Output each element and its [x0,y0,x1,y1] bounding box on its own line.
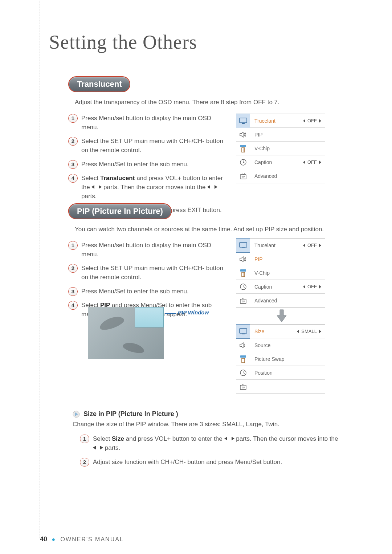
t: parts. [81,193,97,200]
step-badge: 1 [68,241,78,250]
svg-marker-46 [93,446,96,449]
antenna-icon [236,352,250,366]
svg-line-37 [243,373,245,374]
t-bold: Size [112,435,124,442]
osd-label: V-Chip [250,146,325,151]
t: parts. Then the cursor moves into the [234,435,338,442]
svg-rect-5 [242,123,245,124]
size-steps: 1 Select Size and press VOL+ button to e… [80,435,341,467]
arrow-right-icon [319,330,321,333]
arrow-left-icon [303,285,305,289]
monitor-icon [236,238,250,253]
callout-line [165,313,176,314]
osd-row: TV Advanced [236,169,325,183]
monitor-icon [236,324,250,339]
clock-icon [236,280,250,294]
step-text: Select Size and press VOL+ button to ent… [93,435,340,453]
arrow-left-icon [303,119,305,123]
t: parts. [103,444,120,451]
svg-marker-0 [91,185,94,189]
subheading-text: Size in PIP (Picture In Picture ) [83,410,178,418]
svg-rect-20 [240,269,246,272]
arrow-right-icon [319,244,321,247]
osd-label: Caption [250,159,303,165]
step-text: Select the SET UP main menu with CH+/CH-… [81,137,225,155]
svg-rect-31 [242,334,245,334]
svg-rect-33 [240,355,246,358]
step-1: 1 Select Size and press VOL+ button to e… [80,435,341,453]
osd-label: Position [250,370,325,376]
page-number: 40 [40,535,47,543]
step-badge: 3 [68,287,78,296]
arrow-left-icon [297,330,299,333]
t: Select [93,435,112,442]
page: Setting the Others Translucent Adjust th… [0,0,392,554]
osd-row: PIP [236,252,325,266]
step-badge: 3 [68,160,78,169]
step-2: 2 Adjust size function with CH+/CH- butt… [80,458,341,467]
osd-label: Caption [250,284,303,290]
step-badge: 2 [68,137,78,146]
svg-rect-30 [240,329,247,333]
t: and press VOL+ button to enter the [124,435,224,442]
left-right-arrows-icon [224,435,234,444]
left-gutter [0,0,40,539]
step-text: Press Menu/Set to enter the sub menu. [81,160,225,169]
bullet-icon [73,411,80,418]
decorative-shape [122,341,145,355]
monitor-icon [236,114,250,128]
osd-value: OFF [303,118,325,123]
osd-value: OFF [303,243,325,248]
osd-row: Source [236,338,325,352]
t-bold: Translucent [100,175,135,182]
osd-row: Caption OFF [236,280,325,294]
step-text: Press Menu/set button to display the mai… [81,114,225,132]
section-size-in-pip: Size in PIP (Picture In Picture ) Change… [73,410,341,472]
t: Select [81,175,100,182]
antenna-icon [236,142,250,155]
svg-rect-17 [240,243,247,247]
svg-line-12 [243,162,245,163]
pip-intro: You can watch two channels or sources at… [75,226,344,233]
tv-icon: TV [236,169,250,183]
svg-line-25 [243,287,245,288]
osd-value: SMALL [297,329,325,334]
speaker-icon [236,128,250,142]
svg-marker-3 [215,185,217,189]
page-footer: 40 ● OWNER'S MANUAL [40,535,124,543]
svg-rect-7 [240,145,246,147]
svg-rect-4 [240,118,247,123]
svg-text:TV: TV [241,300,245,303]
t: parts. Then the cursor moves into the [102,184,207,191]
osd-value-text: OFF [307,284,317,289]
step-text: Select the SET UP main menu with CH+/CH-… [81,264,225,282]
clock-icon [236,366,250,380]
step-text: Adjust size function with CH+/CH- button… [93,458,340,467]
pip-inset-window [135,307,164,327]
heading-translucent: Translucent [68,76,130,92]
step-badge: 4 [68,301,78,310]
step-text: Press Menu/set button to display the mai… [81,241,225,259]
step-badge: 4 [68,174,78,183]
osd-value-text: OFF [307,118,317,123]
osd-row: Trucelant OFF [236,239,325,252]
svg-marker-6 [240,132,243,137]
tv-icon: TV [236,380,250,394]
osd-row: Size SMALL [236,325,325,338]
svg-rect-34 [242,358,245,363]
step-text: Press Menu/Set to enter the sub menu. [81,287,225,296]
svg-marker-44 [224,437,227,440]
osd-label: Source [250,342,325,348]
translucent-intro: Adjust the transparency of the OSD menu.… [75,99,344,106]
svg-text:TV: TV [241,386,245,389]
osd-label: Trucelant [250,243,303,248]
pip-preview-image [88,307,164,359]
antenna-icon [236,266,250,280]
svg-marker-47 [100,446,103,449]
osd-row: Caption OFF [236,155,325,169]
pip-window-callout: PIP Window [178,309,209,315]
step-badge: 2 [80,458,89,467]
footer-dot-icon: ● [49,536,58,542]
arrow-left-icon [303,160,305,164]
tv-icon: TV [236,294,250,307]
